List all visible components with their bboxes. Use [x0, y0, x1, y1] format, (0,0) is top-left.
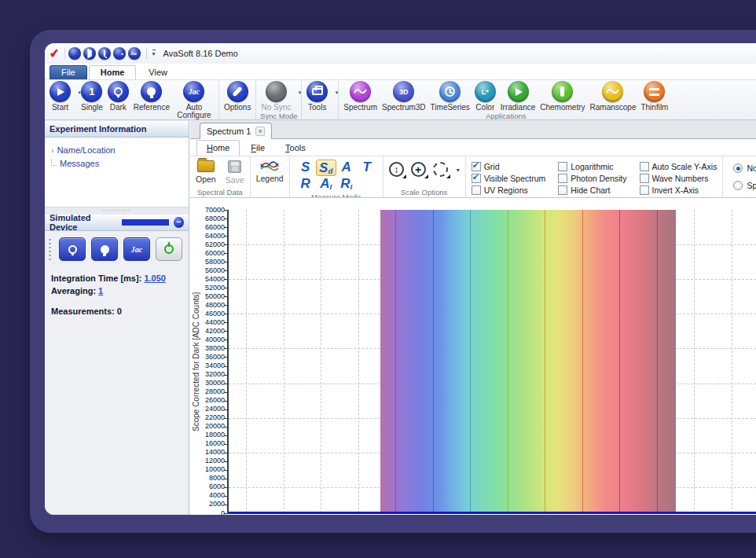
device-bulb-button[interactable] — [91, 237, 118, 261]
close-tab-icon[interactable]: × — [255, 127, 265, 136]
tree-item-messages[interactable]: Messages — [51, 157, 182, 171]
dropdown-caret-icon[interactable]: ▾ — [299, 90, 302, 96]
quick-access-toolbar: Jac — [68, 47, 141, 60]
measure-mode-group: SSdATRAIRI Measure Mode — [289, 156, 383, 197]
ribbon-button-options[interactable]: Options — [222, 81, 253, 112]
spectrum-toolbar: Open Save Spectral Data — [190, 156, 756, 198]
ribbon-button-label: Tools — [308, 104, 326, 112]
measure-mode-ri[interactable]: RI — [336, 176, 357, 193]
collapse-panel-button[interactable]: − — [174, 217, 184, 228]
dropdown-caret-icon[interactable]: ▾ — [336, 90, 339, 96]
tree-expand-icon[interactable]: › — [51, 144, 54, 157]
avasoft-logo-icon: ✔ — [49, 46, 60, 61]
open-folder-icon — [197, 160, 215, 172]
tab-file[interactable]: File — [50, 65, 87, 79]
radio-none[interactable]: None — [733, 163, 756, 173]
tab-view[interactable]: View — [138, 66, 178, 79]
y-tick-label: 40000 — [190, 336, 225, 343]
app-window: ✔ Jac ▾ AvaSoft 8.16 Demo File Home View… — [45, 43, 756, 515]
zoom-y-axis-icon[interactable]: ↕ — [389, 162, 404, 177]
y-tick-mark — [224, 331, 227, 332]
checkbox-visible-spectrum[interactable]: Visible Spectrum — [472, 174, 546, 183]
checkbox-hide-chart[interactable]: Hide Chart — [558, 185, 626, 195]
checkbox-label: UV Regions — [484, 185, 528, 195]
scale-options-dropdown-icon[interactable]: ▾ — [457, 167, 460, 174]
measure-mode-a[interactable]: A — [336, 160, 357, 176]
y-tick-label: 0 — [190, 510, 225, 516]
y-tick-label: 8000 — [190, 475, 225, 482]
ribbon-button-chemometry[interactable]: Chemometry — [538, 81, 587, 112]
ribbon-button-spectrum[interactable]: Spectrum — [341, 81, 380, 112]
tools-icon — [306, 81, 328, 102]
wrench-glyph — [232, 86, 242, 97]
zoom-box-icon[interactable] — [433, 162, 448, 177]
y-tick-label: 42000 — [190, 328, 225, 335]
measure-mode-r[interactable]: R — [295, 176, 316, 193]
bulb-icon[interactable] — [113, 47, 126, 60]
measure-mode-sd[interactable]: Sd — [316, 160, 336, 176]
integration-time-link[interactable]: 1.050 — [144, 273, 166, 283]
measure-mode-t[interactable]: T — [357, 160, 377, 176]
y-tick-label: 34000 — [190, 362, 225, 369]
ribbon-button-thinfilm[interactable]: Thinfilm — [638, 81, 670, 112]
checkbox-uv-regions[interactable]: UV Regions — [472, 185, 546, 195]
zoom-all-icon[interactable]: + — [411, 162, 426, 177]
checkbox-wave-numbers[interactable]: Wave Numbers — [640, 174, 717, 183]
y-tick-mark — [224, 401, 227, 402]
ribbon-button-dark[interactable]: Dark — [105, 81, 131, 112]
legend-button[interactable]: Legend — [256, 159, 284, 183]
y-tick-label: 58000 — [190, 259, 225, 266]
title-bar: ✔ Jac ▾ AvaSoft 8.16 Demo — [45, 43, 756, 64]
checkbox-invert-x-axis[interactable]: Invert X-Axis — [640, 185, 717, 195]
device-bulb-outline-button[interactable] — [59, 237, 86, 261]
ribbon-button-reference[interactable]: Reference — [131, 81, 172, 112]
play-icon[interactable] — [83, 47, 96, 60]
wrench-icon[interactable] — [68, 47, 81, 60]
open-button[interactable]: Open — [196, 159, 216, 184]
v-gridline — [321, 210, 321, 513]
ribbon-button-timeseries[interactable]: TimeSeries — [428, 81, 472, 112]
play-glyph — [57, 88, 64, 96]
ribbon-button-irradiance[interactable]: Irradiance — [498, 81, 538, 112]
measure-mode-ai[interactable]: AI — [316, 176, 336, 193]
menu-home[interactable]: Home — [196, 140, 240, 156]
ribbon-button-color[interactable]: L*Color — [472, 81, 498, 112]
ribbon-button-no-sync[interactable]: ▾No Sync — [259, 81, 299, 112]
save-button[interactable]: Save — [226, 159, 244, 185]
checkbox-auto-scale-y-axis[interactable]: Auto Scale Y-Axis — [640, 162, 717, 171]
decorative-frame: ✔ Jac ▾ AvaSoft 8.16 Demo File Home View… — [30, 30, 756, 533]
quick-access-dropdown-icon[interactable]: ▾ — [152, 50, 156, 57]
checkbox-label: Invert X-Axis — [652, 185, 699, 195]
y-tick-label: 64000 — [190, 233, 225, 240]
y-tick-mark — [224, 384, 227, 384]
tab-home[interactable]: Home — [89, 65, 137, 79]
ribbon-button-start[interactable]: ▾Start — [47, 81, 79, 112]
y-tick-label: 32000 — [190, 371, 225, 378]
drag-handle[interactable] — [49, 239, 51, 262]
spectrum-document-tab[interactable]: Spectrum 1 × — [200, 123, 272, 139]
averaging-link[interactable]: 1 — [98, 286, 103, 296]
device-jac-button[interactable]: Jac — [123, 237, 150, 261]
checkbox-photon-density[interactable]: Photon Density — [558, 174, 626, 183]
tree-item-name-location[interactable]: › Name/Location — [51, 144, 182, 157]
measure-mode-s[interactable]: S — [295, 160, 316, 176]
y-tick-label: 66000 — [190, 224, 225, 231]
spectrum-icon — [350, 81, 371, 102]
ribbon-button-single[interactable]: 1Single — [79, 81, 105, 112]
ribbon-button-auto-configure[interactable]: JacAuto Configure — [172, 81, 216, 119]
device-power-button[interactable] — [156, 237, 182, 261]
checkbox-logarithmic[interactable]: Logarithmic — [558, 162, 626, 171]
y-tick-label: 44000 — [190, 319, 225, 326]
checkbox-label: Logarithmic — [571, 162, 613, 171]
radio-splining[interactable]: Splining — [733, 181, 756, 190]
ribbon-button-ramanscope[interactable]: Ramanscope — [588, 81, 639, 112]
bulb-outline-icon[interactable] — [98, 47, 111, 60]
ribbon-button-tools[interactable]: ▾Tools — [304, 81, 336, 112]
y-tick-label: 54000 — [190, 276, 225, 283]
spectrum-chart[interactable]: Scope Corrected for Dark [ADC Counts] 70… — [190, 198, 756, 515]
menu-tools[interactable]: Tools — [276, 141, 315, 156]
checkbox-grid[interactable]: Grid — [472, 162, 546, 171]
ribbon-button-spectrum3d[interactable]: 3DSpectrum3D — [380, 81, 428, 112]
jac-icon[interactable]: Jac — [128, 47, 141, 60]
menu-file[interactable]: File — [241, 141, 274, 156]
